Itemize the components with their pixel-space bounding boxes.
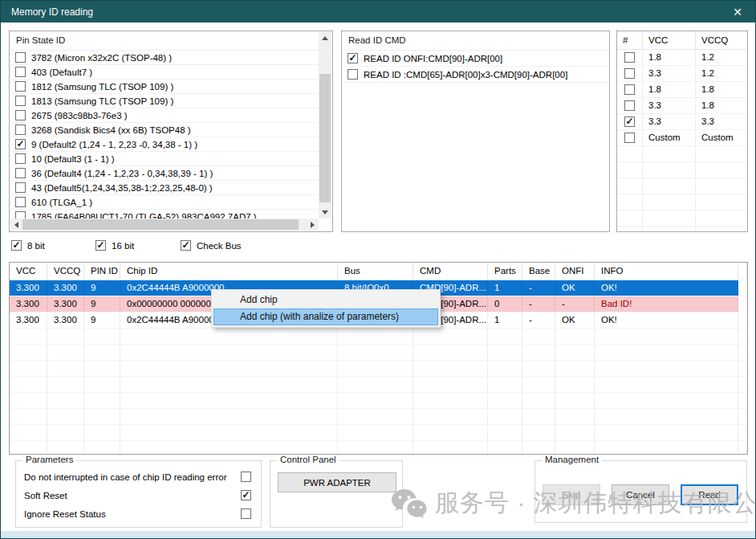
management-button[interactable]: Cancel bbox=[612, 484, 669, 505]
context-menu-item[interactable]: Add chip (with analize of parameters) bbox=[213, 308, 438, 325]
cell-bus bbox=[338, 393, 413, 408]
vccq-value bbox=[696, 227, 747, 232]
checkbox[interactable] bbox=[624, 84, 635, 95]
checkbox[interactable] bbox=[15, 96, 26, 106]
table-row[interactable] bbox=[617, 178, 747, 194]
checkbox[interactable]: ✓ bbox=[348, 53, 358, 63]
pin-state-list-item[interactable]: 2675 (983c98b3-76e3 ) bbox=[10, 108, 319, 123]
column-header: CMD bbox=[413, 263, 488, 280]
read-id-cmd-panel: Read ID CMD ✓ READ ID ONFI:CMD[90]-ADR[0… bbox=[341, 31, 610, 232]
horizontal-scrollbar[interactable] bbox=[10, 218, 319, 231]
checkbox[interactable]: ✓ bbox=[624, 116, 635, 127]
table-row[interactable] bbox=[10, 409, 747, 425]
pin-state-list-item[interactable]: 1813 (Samsung TLC (TSOP 109) ) bbox=[10, 94, 319, 108]
title-bar[interactable]: Memory ID reading ✕ bbox=[1, 1, 755, 22]
management-button[interactable]: Read bbox=[681, 484, 738, 505]
pin-state-list-item[interactable]: 3782 (Micron x32x2C (TSOP-48) ) bbox=[10, 51, 319, 65]
scrollbar-thumb[interactable] bbox=[319, 74, 331, 202]
checkbox[interactable] bbox=[15, 81, 26, 92]
pwr-adapter-button[interactable]: PWR ADAPTER bbox=[278, 472, 396, 492]
checkbox[interactable] bbox=[15, 197, 26, 207]
table-row[interactable] bbox=[10, 345, 747, 361]
table-row[interactable]: Custom Custom bbox=[617, 130, 747, 146]
read-id-cmd-item[interactable]: READ ID :CMD[65]-ADR[00]x3-CMD[90]-ADR[0… bbox=[343, 67, 608, 83]
table-row[interactable] bbox=[10, 441, 747, 455]
table-row[interactable] bbox=[10, 393, 747, 409]
table-row[interactable]: ✓ 3.3 3.3 bbox=[617, 114, 747, 130]
cell-base bbox=[522, 409, 555, 424]
table-row[interactable] bbox=[617, 227, 747, 232]
cell-vcc bbox=[10, 377, 47, 392]
checkbox[interactable] bbox=[241, 508, 251, 519]
pin-state-list-item[interactable]: ✓ 9 (Default2 (1,24 - 1, 2,23 -0, 34,38 … bbox=[10, 137, 319, 152]
checkbox[interactable] bbox=[624, 52, 635, 63]
pin-state-list-item[interactable]: 10 (Default3 (1 - 1) ) bbox=[10, 152, 319, 166]
cell-info bbox=[595, 393, 738, 408]
checkbox[interactable]: ✓ bbox=[96, 240, 106, 251]
table-row[interactable]: 3.3 1.2 bbox=[617, 66, 747, 82]
checkbox[interactable] bbox=[15, 67, 26, 77]
pin-state-list-item[interactable]: 3268 (Sandisk Bics4 (xx 6B) TSOP48 ) bbox=[10, 123, 319, 137]
checkbox[interactable] bbox=[15, 211, 26, 218]
scroll-left-icon[interactable] bbox=[10, 218, 22, 231]
table-row[interactable]: 1.8 1.2 bbox=[617, 50, 747, 66]
table-row[interactable] bbox=[10, 361, 747, 377]
scrollbar-thumb[interactable] bbox=[22, 219, 299, 230]
scroll-down-icon[interactable] bbox=[319, 206, 331, 218]
cell-vccq bbox=[47, 377, 84, 392]
read-id-cmd-header: Read ID CMD bbox=[342, 31, 609, 51]
close-icon[interactable]: ✕ bbox=[725, 1, 750, 22]
read-id-cmd-item[interactable]: ✓ READ ID ONFI:CMD[90]-ADR[00] bbox=[343, 51, 608, 67]
list-item-label: READ ID ONFI:CMD[90]-ADR[00] bbox=[364, 54, 502, 63]
checkbox[interactable]: ✓ bbox=[11, 240, 22, 251]
table-row[interactable] bbox=[617, 194, 747, 210]
bus-option[interactable]: ✓ Check Bus bbox=[181, 239, 242, 252]
table-row[interactable] bbox=[617, 162, 747, 178]
checkbox[interactable] bbox=[624, 133, 635, 143]
pin-state-list-item[interactable]: 610 (TLGA_1 ) bbox=[10, 195, 319, 210]
pin-state-list-item[interactable]: 1812 (Samsung TLC (TSOP 109) ) bbox=[10, 80, 319, 94]
checkbox[interactable] bbox=[624, 100, 635, 111]
table-row[interactable] bbox=[10, 425, 747, 441]
checkbox[interactable]: ✓ bbox=[181, 240, 191, 251]
cell-parts: 1 bbox=[488, 280, 522, 296]
pin-state-list-item[interactable]: 43 (Default5(1,24,34,35,38-1;2,23,25,48-… bbox=[10, 181, 319, 195]
bus-option[interactable]: ✓ 16 bit bbox=[96, 239, 181, 252]
checkbox[interactable] bbox=[348, 69, 358, 80]
checkbox[interactable] bbox=[15, 110, 26, 120]
bus-option[interactable]: ✓ 8 bit bbox=[11, 239, 96, 252]
management-button[interactable]: Skip bbox=[543, 484, 600, 505]
table-row[interactable]: 3.3 1.8 bbox=[617, 98, 747, 114]
pin-state-list-item[interactable]: 1785 (FA64B08UCT1-70 (TLGA-52) 983CA992 … bbox=[10, 210, 319, 218]
table-row[interactable] bbox=[10, 329, 747, 345]
checkbox[interactable] bbox=[15, 125, 26, 135]
pin-state-list-item[interactable]: 36 (Default4 (1,24 - 1,2,23 - 0,34,38,39… bbox=[10, 166, 319, 181]
checkbox[interactable] bbox=[15, 182, 26, 193]
checkbox[interactable] bbox=[15, 168, 26, 178]
checkbox[interactable]: ✓ bbox=[241, 490, 251, 500]
dialog-window: Memory ID reading ✕ Pin State ID 3782 (M… bbox=[0, 0, 756, 539]
table-row[interactable] bbox=[10, 377, 747, 393]
scroll-up-icon[interactable] bbox=[319, 32, 331, 44]
checkbox[interactable] bbox=[624, 68, 635, 79]
pin-state-list-item[interactable]: 403 (Default7 ) bbox=[10, 65, 319, 80]
scroll-right-icon[interactable] bbox=[307, 218, 319, 231]
vertical-scrollbar[interactable] bbox=[319, 32, 331, 218]
checkbox[interactable] bbox=[15, 52, 26, 63]
table-row[interactable]: 1.8 1.8 bbox=[617, 82, 747, 98]
cell-cmd bbox=[413, 425, 488, 440]
checkbox[interactable]: ✓ bbox=[15, 139, 26, 149]
context-menu-item[interactable]: Add chip bbox=[213, 292, 438, 308]
column-header: INFO bbox=[595, 263, 738, 280]
cell-vccq bbox=[47, 329, 84, 344]
cell-base bbox=[522, 377, 555, 392]
checkbox[interactable] bbox=[15, 153, 26, 164]
list-item-label: 403 (Default7 ) bbox=[31, 67, 92, 77]
vccq-value bbox=[696, 210, 747, 226]
cell-cmd bbox=[413, 441, 488, 455]
table-row[interactable] bbox=[617, 210, 747, 227]
table-row[interactable] bbox=[617, 146, 747, 162]
cell-vcc: 3.300 bbox=[10, 280, 47, 296]
vcc-value bbox=[643, 162, 696, 178]
checkbox[interactable] bbox=[241, 472, 251, 482]
